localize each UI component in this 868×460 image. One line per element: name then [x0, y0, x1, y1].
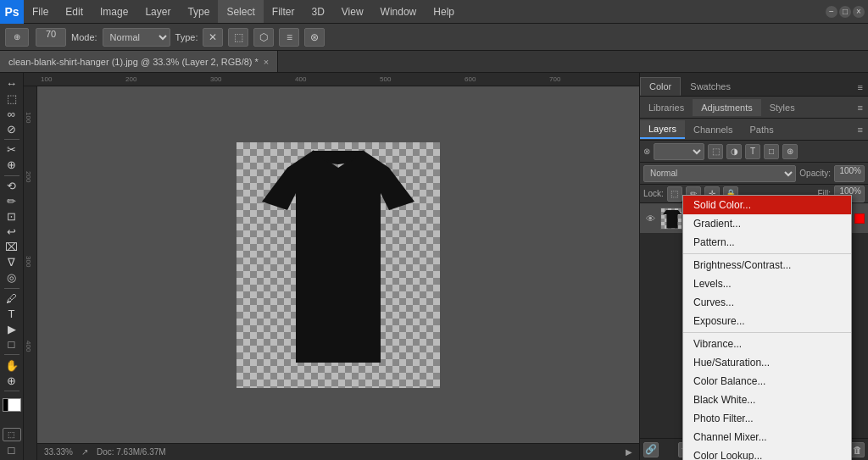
tab-adjustments[interactable]: Adjustments: [693, 99, 761, 116]
tool-separator-3: [4, 288, 19, 289]
zoom-level: 33.33%: [44, 447, 73, 457]
move-tool[interactable]: ↔: [3, 76, 21, 90]
lasso-tool[interactable]: ∞: [3, 107, 21, 120]
tab-libraries[interactable]: Libraries: [640, 99, 693, 116]
tab-channels[interactable]: Channels: [685, 121, 741, 138]
foreground-background-colors: [3, 398, 21, 412]
type-btn-3[interactable]: ⬡: [253, 28, 274, 47]
menu-select[interactable]: Select: [218, 0, 263, 23]
type-btn-2[interactable]: ⬚: [228, 28, 248, 47]
maximize-button[interactable]: □: [839, 6, 851, 18]
magic-wand-tool[interactable]: ⊘: [3, 122, 21, 136]
blur-tool[interactable]: ◎: [3, 271, 21, 285]
dropdown-pattern[interactable]: Pattern...: [683, 233, 851, 252]
pen-tool[interactable]: 🖊: [3, 291, 21, 305]
menu-bar: Ps File Edit Image Layer Type Select Fil…: [0, 0, 868, 24]
tab-layers[interactable]: Layers: [640, 120, 685, 139]
zoom-tool[interactable]: ⊕: [3, 374, 21, 387]
dropdown-sep-1: [683, 253, 851, 254]
menu-3d[interactable]: 3D: [303, 0, 332, 23]
lock-transparent-icon[interactable]: ⬚: [667, 186, 682, 202]
filter-smart-icon[interactable]: ⊛: [782, 144, 798, 159]
left-toolbar: ↔ ⬚ ∞ ⊘ ✂ ⊕ ⟲ ✏ ⊡ ↩ ⌧ ∇ ◎ 🖊 T ▶ □ ✋ ⊕ ⬚ …: [0, 73, 24, 460]
layers-blend-row: Normal Opacity: 100%: [640, 163, 868, 185]
tab-color[interactable]: Color: [640, 77, 681, 96]
dropdown-vibrance[interactable]: Vibrance...: [683, 335, 851, 353]
mode-select[interactable]: Normal: [103, 28, 170, 47]
panel-menu-icon[interactable]: ≡: [853, 79, 868, 96]
menu-help[interactable]: Help: [425, 0, 463, 23]
menu-type[interactable]: Type: [179, 0, 218, 23]
menu-view[interactable]: View: [333, 0, 372, 23]
menu-window[interactable]: Window: [372, 0, 426, 23]
link-layers-btn[interactable]: 🔗: [643, 442, 659, 457]
minimize-button[interactable]: −: [826, 6, 837, 18]
eraser-tool[interactable]: ⌧: [3, 241, 21, 254]
doc-tab-bar: clean-blank-shirt-hanger (1).jpg @ 33.3%…: [0, 51, 868, 73]
canvas-content[interactable]: [37, 86, 639, 443]
screen-mode-btn[interactable]: □: [3, 443, 21, 457]
dropdown-photo-filter[interactable]: Photo Filter...: [683, 409, 851, 428]
eyedropper-tool[interactable]: ⊕: [3, 158, 21, 172]
adjustment-dropdown-menu: Solid Color... Gradient... Pattern... Br…: [682, 195, 852, 460]
scroll-right[interactable]: ▶: [626, 447, 632, 457]
dropdown-black-white[interactable]: Black White...: [683, 391, 851, 409]
tool-separator-4: [4, 354, 19, 355]
opacity-input[interactable]: 100%: [834, 165, 865, 182]
menu-edit[interactable]: Edit: [57, 0, 92, 23]
close-button[interactable]: ×: [853, 6, 865, 18]
filter-adjust-icon[interactable]: ◑: [726, 144, 742, 159]
layer-list-container: 👁 Layer 2 Solid Color... Gradient... Pat…: [640, 203, 868, 438]
filter-text-icon[interactable]: T: [745, 144, 760, 159]
type-btn-5[interactable]: ⊛: [304, 28, 325, 47]
doc-size: Doc: 7.63M/6.37M: [97, 447, 166, 457]
path-selection-tool[interactable]: ▶: [3, 322, 21, 335]
menu-image[interactable]: Image: [92, 0, 136, 23]
dropdown-brightness-contrast[interactable]: Brightness/Contrast...: [683, 256, 851, 274]
blend-mode-select[interactable]: Normal: [643, 165, 796, 182]
brush-size-input[interactable]: 70: [36, 28, 66, 47]
marquee-tool[interactable]: ⬚: [3, 91, 21, 105]
layer-visibility-eye[interactable]: 👁: [643, 212, 657, 225]
menu-filter[interactable]: Filter: [264, 0, 303, 23]
dropdown-channel-mixer[interactable]: Channel Mixer...: [683, 428, 851, 446]
history-brush-tool[interactable]: ↩: [3, 225, 21, 239]
hand-tool[interactable]: ✋: [3, 358, 21, 372]
brush-tool[interactable]: ✏: [3, 195, 21, 208]
share-icon[interactable]: ↗: [81, 447, 88, 457]
menu-layer[interactable]: Layer: [136, 0, 179, 23]
dropdown-color-lookup[interactable]: Color Lookup...: [683, 446, 851, 460]
dropdown-exposure[interactable]: Exposure...: [683, 312, 851, 330]
background-color[interactable]: [8, 398, 21, 412]
crop-tool[interactable]: ✂: [3, 143, 21, 157]
type-btn-4[interactable]: ≡: [279, 28, 299, 47]
dropdown-levels[interactable]: Levels...: [683, 274, 851, 293]
tab-swatches[interactable]: Swatches: [681, 77, 740, 96]
layers-panel-menu[interactable]: ≡: [853, 121, 868, 138]
adj-panel-menu[interactable]: ≡: [853, 99, 868, 116]
doc-tab-close[interactable]: ×: [264, 57, 269, 67]
gradient-tool[interactable]: ∇: [3, 256, 21, 269]
right-panel: Color Swatches ≡ Libraries Adjustments S…: [639, 73, 868, 460]
menu-file[interactable]: File: [24, 0, 57, 23]
type-btn-1[interactable]: ✕: [203, 28, 223, 47]
ruler-vertical: 100 200 300 400: [24, 86, 37, 460]
filter-shape-icon[interactable]: □: [764, 144, 779, 159]
canvas-area: 100 200 300 400 500 600 700 100 200 300 …: [24, 73, 639, 460]
text-tool[interactable]: T: [3, 307, 21, 320]
tab-styles[interactable]: Styles: [761, 99, 804, 116]
dropdown-solid-color[interactable]: Solid Color...: [683, 196, 851, 214]
kind-filter-select[interactable]: Kind: [654, 143, 704, 160]
dropdown-curves[interactable]: Curves...: [683, 293, 851, 312]
clone-stamp-tool[interactable]: ⊡: [3, 210, 21, 224]
tab-paths[interactable]: Paths: [742, 121, 782, 138]
dropdown-hue-saturation[interactable]: Hue/Saturation...: [683, 353, 851, 372]
doc-tab[interactable]: clean-blank-shirt-hanger (1).jpg @ 33.3%…: [0, 51, 278, 72]
dropdown-gradient[interactable]: Gradient...: [683, 214, 851, 233]
filter-pixel-icon[interactable]: ⬚: [708, 144, 723, 159]
healing-brush-tool[interactable]: ⟲: [3, 180, 21, 193]
new-layer-indicator: [854, 213, 865, 224]
dropdown-color-balance[interactable]: Color Balance...: [683, 372, 851, 391]
shape-tool[interactable]: □: [3, 337, 21, 351]
quick-mask-btn[interactable]: ⬚: [3, 428, 21, 442]
